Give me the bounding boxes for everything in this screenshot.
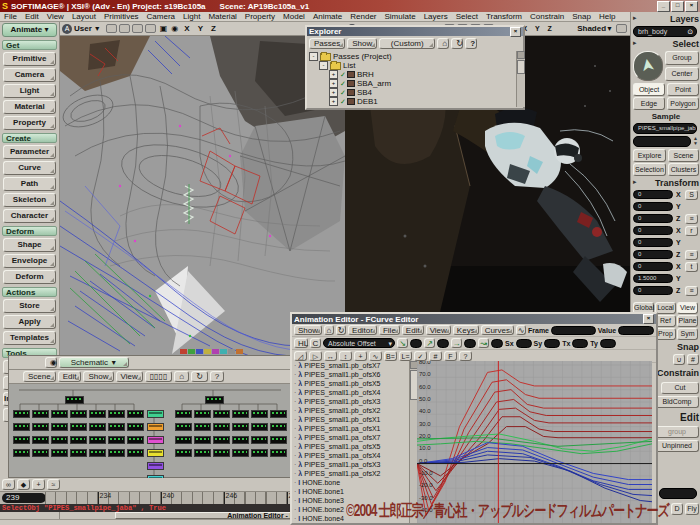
show-menu[interactable]: Show bbox=[347, 38, 377, 49]
magnet-icon[interactable]: ∪ bbox=[673, 354, 685, 365]
fcurve-menu-edit[interactable]: Edit bbox=[402, 325, 424, 335]
schematic-node[interactable] bbox=[127, 436, 144, 444]
axis-labels[interactable]: X Y Z bbox=[184, 24, 219, 33]
ref-mode-sym[interactable]: Sym bbox=[677, 328, 698, 340]
fcurve-track[interactable]: ·λPIPES_small1.pa_ofsX1 bbox=[292, 424, 409, 433]
fcurve-track[interactable]: ·λPIPES_small1.pa_ofsX7 bbox=[292, 433, 409, 442]
schematic-node[interactable] bbox=[194, 423, 211, 431]
explorer-tree[interactable]: -Passes (Project)-List+✓BRH+✓SBA_arm+✓SB… bbox=[309, 52, 515, 106]
eye-icon[interactable]: ◉ bbox=[45, 357, 57, 368]
schematic-node[interactable] bbox=[32, 423, 49, 431]
schematic-node[interactable] bbox=[213, 449, 230, 457]
r-mode-button[interactable]: r bbox=[685, 226, 698, 236]
custom-filter-menu[interactable]: (Custom) bbox=[379, 38, 435, 49]
schematic-menu-view[interactable]: View bbox=[116, 371, 143, 382]
schematic-node[interactable] bbox=[51, 436, 68, 444]
fcurve-track[interactable]: ·λPIPES_small1.pb_ofsX7 bbox=[292, 361, 409, 370]
current-frame-field[interactable]: 239 bbox=[2, 493, 46, 503]
schematic-node[interactable] bbox=[89, 423, 106, 431]
track-expand-icon[interactable]: · bbox=[294, 515, 296, 522]
layers-header[interactable]: ▸Layers bbox=[633, 14, 699, 24]
close-icon[interactable]: × bbox=[643, 314, 654, 324]
timeline-ruler[interactable]: 239 234240246252 bbox=[0, 491, 300, 504]
schematic-node[interactable] bbox=[232, 449, 249, 457]
expand-icon[interactable]: + bbox=[329, 70, 338, 79]
memo-cam-2[interactable] bbox=[119, 24, 130, 33]
hl-toggle[interactable]: HL bbox=[294, 338, 308, 348]
fcurve-tool-icon-5[interactable]: ∿ bbox=[369, 351, 382, 361]
layer-dropdown[interactable]: brh_body ⊙ bbox=[633, 26, 697, 37]
schematic-menu-show[interactable]: Show bbox=[83, 371, 113, 382]
tree-item-list[interactable]: -List bbox=[309, 61, 515, 70]
menu-help[interactable]: Help bbox=[595, 12, 619, 21]
link-icon[interactable]: ∞ bbox=[2, 479, 15, 490]
track-expand-icon[interactable]: · bbox=[294, 380, 296, 387]
lock-icon[interactable]: ⌂ bbox=[174, 371, 189, 382]
fcurve-tool-icon-0[interactable]: ◿ bbox=[294, 351, 307, 361]
passes-menu[interactable]: Passes bbox=[309, 38, 345, 49]
schematic-node[interactable] bbox=[70, 410, 87, 418]
schematic-node[interactable] bbox=[251, 449, 268, 457]
schematic-node[interactable] bbox=[32, 436, 49, 444]
refresh-icon[interactable]: ↻ bbox=[191, 371, 208, 382]
property-button[interactable]: Property bbox=[3, 116, 56, 130]
refresh-icon[interactable]: ↻ bbox=[336, 325, 346, 335]
fcurve-tool-icon-10[interactable]: F bbox=[444, 351, 457, 361]
menu-constrain[interactable]: Constrain bbox=[526, 12, 568, 21]
track-expand-icon[interactable]: · bbox=[294, 479, 296, 486]
menu-transform[interactable]: Transform bbox=[482, 12, 526, 21]
tangent-icon[interactable]: → bbox=[451, 338, 462, 348]
schematic-special-node[interactable] bbox=[147, 436, 164, 444]
schematic-node[interactable] bbox=[70, 449, 87, 457]
selection-name-field[interactable]: PIPES_smallpipe_jaba bbox=[633, 123, 697, 134]
fcurve-track[interactable]: ·ƖHONE.bone1 bbox=[292, 487, 409, 496]
schematic-node[interactable] bbox=[213, 423, 230, 431]
schematic-node[interactable] bbox=[194, 449, 211, 457]
spinner-arrows[interactable]: ▲▼ bbox=[693, 136, 698, 146]
srt-field-ty[interactable] bbox=[600, 339, 616, 348]
fcurve-track[interactable]: ·λPIPES_small1.pa_ofsX2 bbox=[292, 469, 409, 478]
light-button[interactable]: Light bbox=[3, 84, 56, 98]
schematic-node[interactable] bbox=[270, 436, 287, 444]
schematic-menu-scene[interactable]: Scene bbox=[23, 371, 56, 382]
schematic-node[interactable] bbox=[232, 410, 249, 418]
schematic-node[interactable] bbox=[108, 436, 125, 444]
schematic-node[interactable] bbox=[89, 410, 106, 418]
tree-item-passes--project-[interactable]: -Passes (Project) bbox=[309, 52, 515, 61]
schematic-node[interactable] bbox=[70, 436, 87, 444]
scene-button[interactable]: Scene bbox=[668, 149, 699, 162]
srt-field-tx[interactable] bbox=[572, 339, 588, 348]
track-expand-icon[interactable]: · bbox=[294, 488, 296, 495]
schematic-node[interactable] bbox=[32, 410, 49, 418]
fcurve-graph[interactable]: 80.070.060.050.040.030.020.010.00.0-10.0… bbox=[417, 361, 652, 523]
selection-extra-field[interactable] bbox=[633, 136, 691, 147]
fcurve-track[interactable]: ·λPIPES_small1.pa_ofsX4 bbox=[292, 451, 409, 460]
fcurve-track[interactable]: ·λPIPES_small1.pb_ofsX6 bbox=[292, 370, 409, 379]
transform-r-x-field[interactable]: 0 bbox=[633, 226, 673, 235]
fcurve-track[interactable]: ·λPIPES_small1.pa_ofsX5 bbox=[292, 442, 409, 451]
schematic-node[interactable] bbox=[175, 423, 192, 431]
schematic-node[interactable] bbox=[51, 449, 68, 457]
fcurve-tool-icon-7[interactable]: L= bbox=[399, 351, 412, 361]
tangent-field[interactable] bbox=[437, 339, 449, 348]
schematic-node[interactable] bbox=[70, 423, 87, 431]
resize-icon[interactable] bbox=[616, 24, 627, 33]
playback-field[interactable] bbox=[659, 488, 697, 499]
track-expand-icon[interactable]: · bbox=[294, 398, 296, 405]
track-expand-icon[interactable]: · bbox=[294, 434, 296, 441]
schematic-node[interactable] bbox=[108, 423, 125, 431]
help-icon[interactable]: ? bbox=[210, 371, 224, 382]
schematic-special-node[interactable] bbox=[147, 449, 164, 457]
eye-icon[interactable]: ◉ bbox=[171, 24, 178, 33]
track-expand-icon[interactable]: · bbox=[294, 497, 296, 504]
bldcomp-button[interactable]: BldComp bbox=[655, 396, 699, 408]
wireframe-canvas[interactable] bbox=[60, 36, 345, 355]
schematic-node[interactable] bbox=[232, 423, 249, 431]
offset-mode-dropdown[interactable]: Absolute Offset ▾ bbox=[323, 338, 395, 348]
c-toggle[interactable]: C bbox=[310, 338, 321, 348]
layout-icon[interactable]: ▯▯▯▯ bbox=[145, 371, 173, 382]
tree-item-sba-arm[interactable]: +✓SBA_arm bbox=[309, 79, 515, 88]
menu-property[interactable]: Property bbox=[241, 12, 279, 21]
pinned-button[interactable]: Unpinned bbox=[655, 440, 699, 452]
sample-label[interactable]: Sample bbox=[633, 112, 699, 121]
